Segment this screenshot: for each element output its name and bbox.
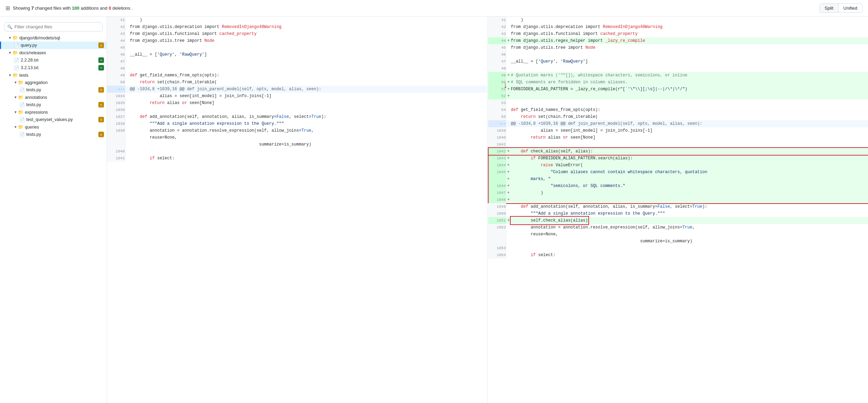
table-row: 43 from django.utils.functional import c…: [107, 30, 487, 37]
table-row: 51 + FORBIDDEN_ALIAS_PATTERN = _lazy_re_…: [488, 86, 868, 93]
table-row: 44 from django.utils.tree import Node: [107, 37, 487, 44]
folder-icon: 📁: [18, 110, 23, 115]
table-row: 1036: [107, 106, 487, 113]
table-row: reuse=None,: [488, 231, 868, 238]
sidebar-item-django-folder[interactable]: ▼ 📁 django/db/models/sql: [0, 34, 107, 41]
unified-button[interactable]: Unified: [839, 4, 862, 12]
table-row: 1046 + "semicolons, or SQL comments.": [488, 182, 868, 189]
folder-icon: 📁: [12, 73, 18, 78]
badge-modified: ±: [98, 102, 104, 107]
search-box[interactable]: 🔍: [4, 22, 103, 31]
sidebar-item-queries-folder[interactable]: ▼ 📁 queries: [0, 123, 107, 131]
file-tree: ▼ 📁 django/db/models/sql 📄 query.py ±: [0, 34, 107, 138]
sidebar-item-query[interactable]: 📄 query.py ±: [0, 41, 107, 49]
main-layout: 🔍 ▼ 📁 django/db/models/sql: [0, 17, 868, 403]
diff-pane-right: 41 ) 42 from django.utils.deprecation im…: [488, 17, 868, 403]
table-row: 45: [107, 44, 487, 51]
table-row: 44 + from django.utils.regex_helper impo…: [488, 37, 868, 44]
table-row: 47 __all__ = ['Query', 'RawQuery']: [488, 58, 868, 65]
app-container: ⊞ Showing 7 changed files with 100 addit…: [0, 0, 868, 403]
chevron-down-icon: ▼: [14, 125, 17, 129]
left-code-table: 41 ) 42 from django.utils.deprecation im…: [107, 17, 488, 162]
sidebar-item-aggregation-tests[interactable]: 📄 tests.py ±: [0, 86, 107, 94]
file-icon: 📄: [19, 102, 25, 107]
line-sign: [125, 17, 130, 24]
table-row: 1041: [488, 141, 868, 148]
table-row: 1035 return alias or seen[None]: [107, 100, 487, 106]
sidebar: 🔍 ▼ 📁 django/db/models/sql: [0, 17, 107, 403]
search-input[interactable]: [15, 24, 99, 29]
table-row: 1045 + "Column aliases cannot contain wh…: [488, 169, 868, 176]
table-row: 1043 + if FORBIDDEN_ALIAS_PATTERN.search…: [488, 155, 868, 162]
folder-icon: 📁: [12, 35, 18, 40]
table-row: 1039 annotation = annotation.resolve_exp…: [107, 127, 487, 134]
table-row: 1051 + self.check_alias(alias): [488, 217, 868, 224]
line-number: 41: [107, 17, 125, 24]
table-row: 1044 + raise ValueError(: [488, 162, 868, 169]
table-row: ··· @@ -1034,8 +1039,16 @@ def join_pare…: [107, 86, 487, 93]
badge-added: +: [98, 57, 104, 63]
file-icon: 📄: [19, 117, 25, 122]
table-row: 50 return set(chain.from_iterable(: [107, 79, 487, 86]
diff-icon: ⊞: [6, 5, 10, 11]
table-row: 41 ): [107, 17, 487, 24]
table-row: 1039 alias = seen[int_model] = join_info…: [488, 127, 868, 134]
table-row: 1053: [488, 245, 868, 252]
table-row: 1048 +: [488, 196, 868, 203]
table-row: 49 ↓ + # Quotation marks ('""[]), whites…: [488, 72, 868, 79]
badge-modified: ±: [98, 132, 104, 137]
sidebar-item-expressions-folder[interactable]: ▼ 📁 expressions: [0, 109, 107, 116]
table-row: 1040: [107, 148, 487, 155]
sidebar-item-expressions-testqs[interactable]: 📄 test_queryset_values.py ±: [0, 116, 107, 123]
table-row: 1047 + ): [488, 189, 868, 196]
table-row: 48: [107, 65, 487, 72]
sidebar-item-wrapper-query: 📄 query.py ±: [0, 41, 107, 49]
badge-modified: ±: [98, 87, 104, 93]
chevron-down-icon: ▼: [14, 110, 17, 114]
view-toggle: Split Unified: [819, 3, 862, 13]
line-code: ): [130, 17, 487, 24]
file-icon: 📄: [14, 58, 19, 63]
diff-pane-left: 41 ) 42 from django.utils.deprecation im…: [107, 17, 488, 403]
table-row: 43 from django.utils.functional import c…: [488, 30, 868, 37]
sidebar-item-docs-folder[interactable]: ▼ 📁 docs/releases: [0, 49, 107, 56]
sidebar-item-3213[interactable]: 📄 3.2.13.txt +: [0, 64, 107, 72]
file-icon: 📄: [14, 65, 19, 71]
table-row: 52 +: [488, 93, 868, 100]
folder-icon: 📁: [18, 124, 23, 130]
sidebar-item-queries-tests[interactable]: 📄 tests.py ±: [0, 131, 107, 138]
table-row: 1038 """Add a single annotation expressi…: [107, 120, 487, 127]
table-row: summarize=is_summary): [488, 238, 868, 245]
table-row: ··· @@ -1034,8 +1039,16 @@ def join_pare…: [488, 120, 868, 127]
sidebar-item-2228[interactable]: 📄 2.2.28.txt +: [0, 56, 107, 64]
table-row: reuse=None,: [107, 134, 487, 141]
table-row: 1049 def add_annotation(self, annotation…: [488, 203, 868, 210]
table-row: 1034 alias = seen[int_model] = join_info…: [107, 93, 487, 100]
table-row: 1040 return alias or seen[None]: [488, 134, 868, 141]
badge-modified: ±: [98, 43, 104, 48]
folder-icon: 📁: [12, 50, 18, 55]
table-row: 50 + # SQL comments are forbidden in col…: [488, 79, 868, 86]
sidebar-item-annotations-tests[interactable]: 📄 tests.py ±: [0, 101, 107, 109]
table-row: 54 def get_field_names_from_opts(opts):: [488, 106, 868, 113]
table-row: 45 from django.utils.tree import Node: [488, 44, 868, 51]
table-row: + marks, ": [488, 176, 868, 182]
table-row: 46 __all__ = ['Query', 'RawQuery']: [107, 51, 487, 58]
sidebar-item-tests-folder[interactable]: ▼ 📁 tests: [0, 72, 107, 79]
table-row: 42 from django.utils.deprecation import …: [107, 24, 487, 30]
arrow-indicator: ↓: [503, 82, 508, 89]
diff-area: 41 ) 42 from django.utils.deprecation im…: [107, 17, 868, 403]
split-button[interactable]: Split: [820, 4, 838, 12]
table-row: 1050 """Add a single annotation expressi…: [488, 210, 868, 217]
sidebar-item-annotations-folder[interactable]: ▼ 📁 annotations: [0, 94, 107, 101]
folder-icon: 📁: [18, 95, 23, 100]
badge-added: +: [98, 65, 104, 71]
sidebar-item-aggregation-folder[interactable]: ▼ 📁 aggregation: [0, 79, 107, 86]
table-row: 1054 if select:: [488, 252, 868, 259]
badge-modified: ±: [98, 117, 104, 122]
added-block-start: 1042 + def check_alias(self, alias):: [488, 148, 868, 155]
summary-text: Showing 7 changed files with 100 additio…: [13, 6, 133, 11]
file-icon: 📄: [14, 43, 19, 48]
table-row: 1052 annotation = annotation.resolve_exp…: [488, 224, 868, 231]
table-row: 55 return set(chain.from_iterable(: [488, 113, 868, 120]
